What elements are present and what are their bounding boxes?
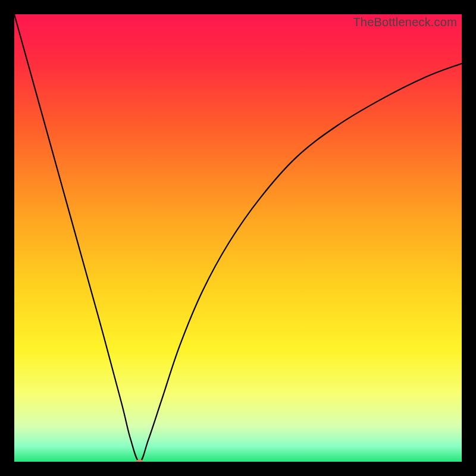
chart-background <box>14 14 462 462</box>
chart-svg <box>14 14 462 462</box>
chart-plot-area: TheBottleneck.com <box>14 14 462 462</box>
chart-outer-frame: TheBottleneck.com <box>0 0 476 476</box>
watermark-text: TheBottleneck.com <box>353 15 457 29</box>
